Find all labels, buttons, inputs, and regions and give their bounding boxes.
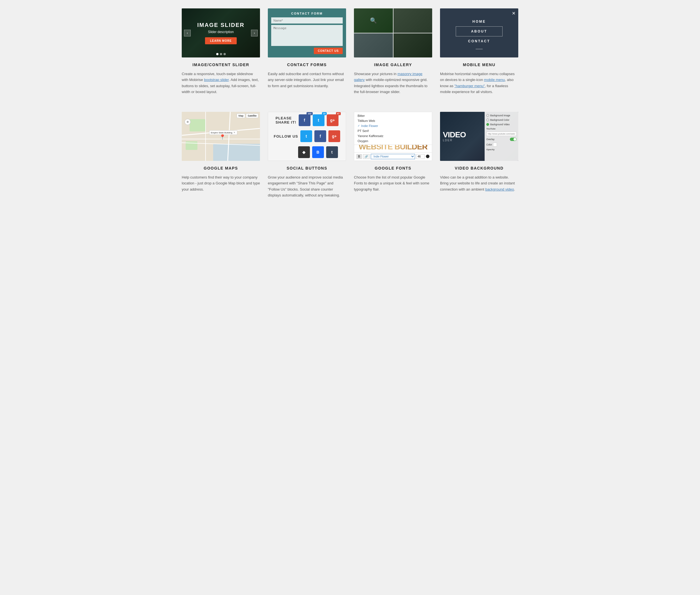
- card-image-gallery: 🔍 IMAGE GALLERY Showcase your pictures i…: [354, 8, 432, 95]
- hamburger-menu-link[interactable]: "hamburger menu": [454, 84, 485, 88]
- video-settings-panel: Background Image Background Color Backgr…: [485, 112, 518, 161]
- fonts-preview-text: WEBSITE BUILDER: [359, 145, 427, 151]
- social-extra-row: ◆ B t: [276, 146, 338, 158]
- fonts-font-select[interactable]: Indie Flower: [371, 154, 415, 159]
- social-share-label: PLEASESHARE IT!: [276, 116, 296, 124]
- video-youtube-label: YouTube: [486, 128, 517, 130]
- maps-label-close-icon[interactable]: ✕: [233, 131, 236, 134]
- social-fb-follow-button[interactable]: f: [314, 130, 326, 142]
- mobile-menu-item-home[interactable]: HOME: [456, 17, 503, 26]
- background-video-link[interactable]: background video: [485, 187, 514, 192]
- slider-prev-arrow[interactable]: ‹: [184, 30, 191, 36]
- bootstrap-slider-link[interactable]: bootstrap slider: [204, 78, 228, 82]
- fonts-bold-button[interactable]: B: [356, 154, 362, 159]
- contact-submit-button[interactable]: CONTACT US: [314, 48, 343, 54]
- social-share-row: PLEASESHARE IT! f 102 t 19 g+ 47: [276, 114, 339, 126]
- gallery-cell-2: [394, 8, 432, 33]
- mobile-menu-divider: [476, 49, 483, 49]
- maps-toolbar: Map Satellite: [237, 114, 258, 118]
- fonts-item-oxygen[interactable]: Oxygen: [354, 138, 432, 143]
- slider-dot-2[interactable]: [220, 53, 222, 55]
- video-main-area: VIDEO LDER: [440, 112, 485, 161]
- card-mobile-menu-preview: ✕ HOME ABOUT CONTACT: [440, 8, 518, 57]
- card-contact-desc: Easily add subscribe and contact forms w…: [268, 71, 346, 89]
- video-label-bg-color: Background Color: [490, 118, 509, 121]
- social-be-button[interactable]: B: [312, 146, 324, 158]
- mobile-menu-item-contact[interactable]: CONTACT: [456, 36, 503, 46]
- fonts-item-indie[interactable]: ✓ Indie Flower: [354, 123, 432, 129]
- gallery-search-icon: 🔍: [370, 17, 377, 24]
- video-preview-bg: VIDEO LDER Background Image Background C…: [440, 112, 518, 161]
- video-option-bg-video: Background Video: [486, 123, 517, 126]
- card-fonts-title: GOOGLE FONTS: [354, 166, 432, 170]
- video-color-swatch[interactable]: [493, 143, 497, 147]
- card-maps-title: GOOGLE MAPS: [182, 166, 260, 170]
- fonts-dropdown: Bitter Titillium Web ✓ Indie Flower PT S…: [354, 112, 432, 145]
- card-image-slider: ‹ IMAGE SLIDER Slider description LEARN …: [182, 8, 260, 95]
- social-tw-follow-button[interactable]: t: [300, 130, 312, 142]
- video-toggle-knob: [513, 138, 516, 141]
- card-social-buttons: PLEASESHARE IT! f 102 t 19 g+ 47 F: [268, 112, 346, 198]
- card-contact-forms: CONTACT FORM CONTACT US CONTACT FORMS Ea…: [268, 8, 346, 95]
- social-fb-share-button[interactable]: f 102: [299, 114, 311, 126]
- video-radio-bg-color[interactable]: [486, 118, 489, 121]
- card-social-title: SOCIAL BUTTONS: [268, 166, 346, 170]
- card-social-preview: PLEASESHARE IT! f 102 t 19 g+ 47 F: [268, 112, 346, 161]
- video-radio-bg-image[interactable]: [486, 114, 489, 117]
- card-video-desc: Video can be a great addition to a websi…: [440, 174, 518, 192]
- fonts-size-input[interactable]: [416, 154, 425, 159]
- fonts-link-button[interactable]: 🔗: [363, 154, 370, 159]
- slider-learn-more-button[interactable]: LEARN MORE: [205, 37, 237, 44]
- fonts-item-yanone[interactable]: Yanone Kaffeesatz: [354, 134, 432, 138]
- social-gp-follow-button[interactable]: g+: [328, 130, 340, 142]
- feature-grid-row2: Map Satellite ⊕ Empire State Building ✕ …: [182, 112, 518, 198]
- card-contact-title: CONTACT FORMS: [268, 62, 346, 67]
- masonry-link[interactable]: masonry image gallery: [354, 72, 422, 82]
- video-subtitle-text: LDER: [443, 139, 466, 142]
- card-mobile-menu-desc: Mobirise horizontal navigation menu coll…: [440, 71, 518, 95]
- slider-preview-bg: ‹ IMAGE SLIDER Slider description LEARN …: [182, 8, 260, 57]
- gallery-cell-4: [394, 33, 432, 58]
- social-fb-count: 102: [306, 112, 313, 115]
- card-social-desc: Grow your audience and improve social me…: [268, 174, 346, 198]
- social-gp-count: 47: [336, 112, 341, 115]
- maps-satellite-button[interactable]: Satellite: [246, 114, 258, 118]
- slider-dot-1[interactable]: [216, 53, 218, 55]
- card-video-title: VIDEO BACKGROUND: [440, 166, 518, 170]
- social-tw-share-button[interactable]: t 19: [313, 114, 324, 126]
- video-label-bg-video: Background Video: [490, 123, 510, 126]
- contact-form-preview-title: CONTACT FORM: [271, 12, 343, 15]
- mobile-menu-preview-bg: ✕ HOME ABOUT CONTACT: [440, 8, 518, 57]
- video-radio-bg-video[interactable]: [486, 123, 489, 126]
- fonts-item-titillium[interactable]: Titillium Web: [354, 118, 432, 123]
- gallery-preview-bg: 🔍: [354, 8, 432, 57]
- slider-dot-3[interactable]: [223, 53, 226, 55]
- fonts-color-picker[interactable]: [426, 154, 430, 158]
- video-youtube-input[interactable]: [486, 132, 517, 136]
- social-tm-button[interactable]: t: [326, 146, 338, 158]
- card-mobile-menu: ✕ HOME ABOUT CONTACT MOBILE MENU Mobiris…: [440, 8, 518, 95]
- maps-road-v1: [205, 112, 206, 161]
- maps-map-button[interactable]: Map: [237, 114, 245, 118]
- maps-location-text: Empire State Building: [211, 132, 233, 134]
- maps-preview-bg: Map Satellite ⊕ Empire State Building ✕ …: [182, 112, 260, 161]
- video-overlay-toggle[interactable]: [510, 138, 517, 141]
- mobile-menu-link[interactable]: mobile menu: [484, 78, 505, 82]
- fonts-check-icon: ✓: [357, 124, 360, 127]
- slider-preview-title: IMAGE SLIDER: [197, 22, 244, 28]
- card-mobile-menu-title: MOBILE MENU: [440, 62, 518, 67]
- video-opacity-label: Opacity: [486, 148, 517, 151]
- social-gh-button[interactable]: ◆: [298, 146, 310, 158]
- mobile-menu-item-about[interactable]: ABOUT: [456, 26, 503, 36]
- fonts-item-bitter[interactable]: Bitter: [354, 113, 432, 118]
- contact-form-preview-bg: CONTACT FORM CONTACT US: [268, 8, 346, 57]
- social-gp-share-button[interactable]: g+ 47: [327, 114, 339, 126]
- fonts-item-ptserif[interactable]: PT Serif: [354, 129, 432, 134]
- contact-name-input[interactable]: [271, 18, 343, 24]
- mobile-menu-close-icon[interactable]: ✕: [512, 11, 515, 16]
- card-slider-title: IMAGE/CONTENT SLIDER: [182, 62, 260, 67]
- slider-dots: [216, 53, 226, 55]
- video-color-row: Color: [486, 143, 517, 147]
- slider-next-arrow[interactable]: ›: [251, 30, 258, 36]
- contact-message-input[interactable]: [271, 25, 343, 46]
